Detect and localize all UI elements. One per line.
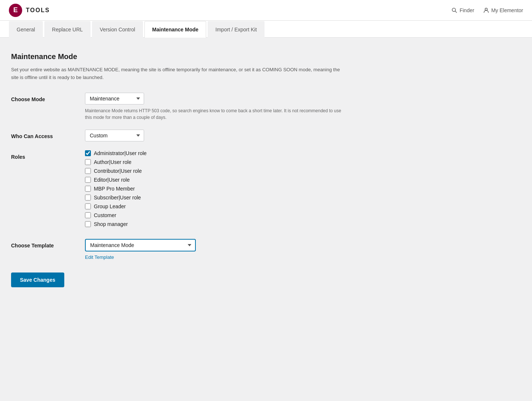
choose-mode-row: Choose Mode Maintenance Coming Soon Main… [11,93,462,130]
my-elementor-nav-item[interactable]: My Elementor [483,7,523,13]
main-content: Maintenance Mode Set your entire website… [0,38,473,309]
search-icon [451,7,457,13]
role-author: Author|User role [85,159,462,165]
my-elementor-label: My Elementor [491,7,523,13]
role-administrator-checkbox[interactable] [85,150,91,156]
role-mbp-pro-member-checkbox[interactable] [85,186,91,192]
choose-template-label: Choose Template [11,243,54,249]
tabs-bar: General Replace URL Version Control Main… [0,21,532,38]
tab-maintenance-mode[interactable]: Maintenance Mode [144,21,206,38]
tab-import-export-kit[interactable]: Import / Export Kit [208,21,265,38]
role-group-leader-checkbox[interactable] [85,203,91,209]
choose-mode-select[interactable]: Maintenance Coming Soon [85,93,144,104]
role-subscriber: Subscriber|User role [85,195,462,200]
user-icon [483,7,489,13]
role-shop-manager-label: Shop manager [94,221,128,227]
top-bar-right: Finder My Elementor [451,7,523,13]
role-author-checkbox[interactable] [85,159,91,165]
tab-replace-url[interactable]: Replace URL [44,21,91,38]
tab-version-control[interactable]: Version Control [92,21,143,38]
save-changes-button[interactable]: Save Changes [11,273,64,287]
role-shop-manager: Shop manager [85,221,462,227]
role-mbp-pro-member-label: MBP Pro Member [94,186,135,192]
role-editor: Editor|User role [85,177,462,183]
edit-template-link[interactable]: Edit Template [85,254,114,260]
role-administrator-label: Administrator|User role [94,150,147,156]
role-subscriber-checkbox[interactable] [85,195,91,200]
role-customer-checkbox[interactable] [85,212,91,218]
choose-mode-label: Choose Mode [11,96,45,102]
tab-general[interactable]: General [9,21,43,38]
roles-label: Roles [11,154,25,160]
role-customer-label: Customer [94,212,116,218]
role-group-leader: Group Leader [85,203,462,209]
top-bar: E TOOLS Finder My Elementor [0,0,532,21]
section-title: Maintenance Mode [11,52,462,61]
role-contributor: Contributor|User role [85,168,462,174]
top-bar-left: E TOOLS [9,4,50,17]
section-description: Set your entire website as MAINTENANCE M… [11,66,344,82]
settings-form: Choose Mode Maintenance Coming Soon Main… [11,93,462,269]
role-group-leader-label: Group Leader [94,203,126,209]
roles-row: Roles Administrator|User role Author|Use… [11,150,462,239]
finder-nav-item[interactable]: Finder [451,7,474,13]
role-contributor-label: Contributor|User role [94,168,142,174]
role-editor-checkbox[interactable] [85,177,91,183]
elementor-logo: E [9,4,22,17]
role-customer: Customer [85,212,462,218]
app-title: TOOLS [26,7,50,14]
finder-label: Finder [460,7,474,13]
role-mbp-pro-member: MBP Pro Member [85,186,462,192]
who-can-access-row: Who Can Access Custom Logged In Everyone [11,130,462,150]
roles-list: Administrator|User role Author|User role… [85,150,462,227]
svg-point-1 [485,8,487,10]
who-can-access-label: Who Can Access [11,133,53,139]
role-shop-manager-checkbox[interactable] [85,221,91,227]
role-author-label: Author|User role [94,159,132,165]
choose-template-row: Choose Template Maintenance Mode Edit Te… [11,239,462,269]
who-can-access-select[interactable]: Custom Logged In Everyone [85,130,144,141]
choose-mode-description: Maintenance Mode returns HTTP 503 code, … [85,107,344,121]
role-contributor-checkbox[interactable] [85,168,91,174]
role-subscriber-label: Subscriber|User role [94,195,141,200]
choose-template-select[interactable]: Maintenance Mode [85,239,196,251]
role-editor-label: Editor|User role [94,177,130,183]
role-administrator: Administrator|User role [85,150,462,156]
